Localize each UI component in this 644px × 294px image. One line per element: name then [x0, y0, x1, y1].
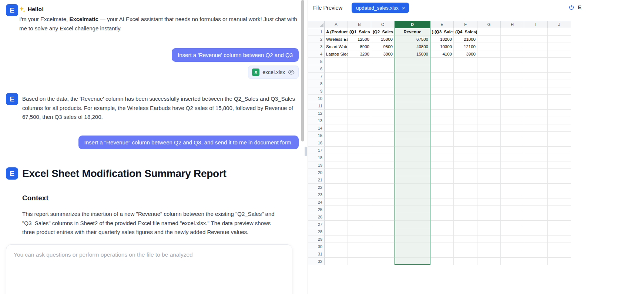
- cell-I1[interactable]: [524, 28, 548, 36]
- cell-C19[interactable]: [371, 161, 395, 169]
- cell-G13[interactable]: [477, 117, 501, 124]
- cell-D3[interactable]: 40800: [395, 43, 430, 50]
- cell-D25[interactable]: [395, 206, 430, 213]
- cell-H5[interactable]: [501, 58, 524, 65]
- cell-J14[interactable]: [548, 124, 571, 132]
- cell-J30[interactable]: [548, 243, 571, 250]
- cell-D7[interactable]: [395, 73, 430, 80]
- cell-H15[interactable]: [501, 132, 524, 139]
- cell-C10[interactable]: [371, 95, 395, 102]
- cell-J18[interactable]: [548, 154, 571, 161]
- cell-B28[interactable]: [348, 228, 371, 235]
- cell-G32[interactable]: [477, 258, 501, 265]
- cell-C14[interactable]: [371, 124, 395, 132]
- cell-G29[interactable]: [477, 235, 501, 243]
- cell-F20[interactable]: [454, 169, 477, 176]
- cell-J23[interactable]: [548, 191, 571, 198]
- column-header-A[interactable]: A: [325, 21, 348, 28]
- cell-H27[interactable]: [501, 221, 524, 228]
- column-header-C[interactable]: C: [371, 21, 395, 28]
- cell-H3[interactable]: [501, 43, 524, 50]
- cell-I26[interactable]: [524, 213, 548, 221]
- cell-I19[interactable]: [524, 161, 548, 169]
- row-header-30[interactable]: 30: [308, 243, 325, 250]
- cell-B30[interactable]: [348, 243, 371, 250]
- file-tab[interactable]: updated_sales.xlsx ×: [352, 3, 409, 13]
- cell-I18[interactable]: [524, 154, 548, 161]
- cell-I7[interactable]: [524, 73, 548, 80]
- cell-H22[interactable]: [501, 184, 524, 191]
- cell-D2[interactable]: 67500: [395, 36, 430, 43]
- cell-A22[interactable]: [325, 184, 348, 191]
- cell-E6[interactable]: [430, 65, 454, 73]
- cell-C11[interactable]: [371, 102, 395, 110]
- cell-C15[interactable]: [371, 132, 395, 139]
- cell-C22[interactable]: [371, 184, 395, 191]
- cell-F4[interactable]: 3900: [454, 50, 477, 58]
- cell-B8[interactable]: [348, 80, 371, 87]
- cell-D15[interactable]: [395, 132, 430, 139]
- cell-G16[interactable]: [477, 139, 501, 147]
- cell-I27[interactable]: [524, 221, 548, 228]
- cell-F32[interactable]: [454, 258, 477, 265]
- cell-D12[interactable]: [395, 110, 430, 117]
- cell-J1[interactable]: [548, 28, 571, 36]
- cell-G21[interactable]: [477, 176, 501, 184]
- cell-B29[interactable]: [348, 235, 371, 243]
- cell-H32[interactable]: [501, 258, 524, 265]
- cell-F6[interactable]: [454, 65, 477, 73]
- cell-F27[interactable]: [454, 221, 477, 228]
- cell-D21[interactable]: [395, 176, 430, 184]
- cell-A27[interactable]: [325, 221, 348, 228]
- row-header-2[interactable]: 2: [308, 36, 325, 43]
- cell-C24[interactable]: [371, 198, 395, 206]
- cell-B1[interactable]: (Q1_Sales: [348, 28, 371, 36]
- cell-D14[interactable]: [395, 124, 430, 132]
- cell-F23[interactable]: [454, 191, 477, 198]
- row-header-26[interactable]: 26: [308, 213, 325, 221]
- cell-D6[interactable]: [395, 65, 430, 73]
- cell-G10[interactable]: [477, 95, 501, 102]
- cell-J17[interactable]: [548, 147, 571, 154]
- cell-D24[interactable]: [395, 198, 430, 206]
- cell-E14[interactable]: [430, 124, 454, 132]
- cell-C6[interactable]: [371, 65, 395, 73]
- cell-F18[interactable]: [454, 154, 477, 161]
- cell-B18[interactable]: [348, 154, 371, 161]
- row-header-6[interactable]: 6: [308, 65, 325, 73]
- cell-D19[interactable]: [395, 161, 430, 169]
- cell-G8[interactable]: [477, 80, 501, 87]
- row-header-9[interactable]: 9: [308, 87, 325, 95]
- cell-I13[interactable]: [524, 117, 548, 124]
- cell-J22[interactable]: [548, 184, 571, 191]
- row-header-31[interactable]: 31: [308, 250, 325, 258]
- cell-F14[interactable]: [454, 124, 477, 132]
- row-header-4[interactable]: 4: [308, 50, 325, 58]
- cell-F2[interactable]: 21000: [454, 36, 477, 43]
- cell-D27[interactable]: [395, 221, 430, 228]
- cell-J7[interactable]: [548, 73, 571, 80]
- cell-A29[interactable]: [325, 235, 348, 243]
- cell-D23[interactable]: [395, 191, 430, 198]
- cell-A6[interactable]: [325, 65, 348, 73]
- cell-G23[interactable]: [477, 191, 501, 198]
- cell-B5[interactable]: [348, 58, 371, 65]
- row-header-25[interactable]: 25: [308, 206, 325, 213]
- cell-B6[interactable]: [348, 65, 371, 73]
- cell-J2[interactable]: [548, 36, 571, 43]
- cell-G7[interactable]: [477, 73, 501, 80]
- cell-J25[interactable]: [548, 206, 571, 213]
- cell-J8[interactable]: [548, 80, 571, 87]
- row-header-14[interactable]: 14: [308, 124, 325, 132]
- cell-C8[interactable]: [371, 80, 395, 87]
- cell-H2[interactable]: [501, 36, 524, 43]
- row-header-29[interactable]: 29: [308, 235, 325, 243]
- cell-F24[interactable]: [454, 198, 477, 206]
- cell-C26[interactable]: [371, 213, 395, 221]
- cell-F9[interactable]: [454, 87, 477, 95]
- cell-E20[interactable]: [430, 169, 454, 176]
- cell-B3[interactable]: 8900: [348, 43, 371, 50]
- row-header-1[interactable]: 1: [308, 28, 325, 36]
- cell-E3[interactable]: 10300: [430, 43, 454, 50]
- cell-I29[interactable]: [524, 235, 548, 243]
